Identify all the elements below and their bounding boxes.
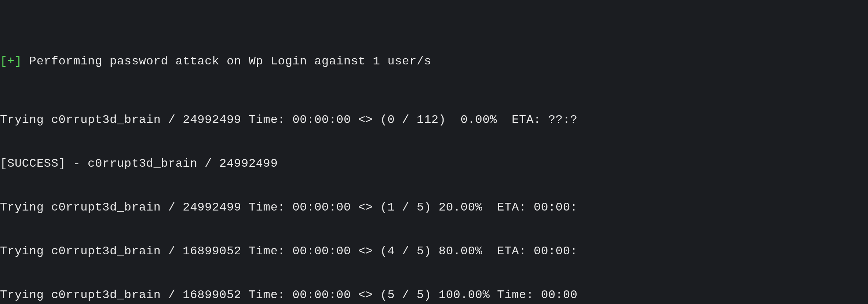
progress-line: Trying c0rrupt3d_brain / 16899052 Time: … [0, 244, 868, 259]
plus-icon: + [7, 54, 15, 68]
terminal-output[interactable]: [+] Performing password attack on Wp Log… [0, 0, 868, 304]
bracket-open: [ [0, 54, 7, 68]
progress-line: Trying c0rrupt3d_brain / 24992499 Time: … [0, 200, 868, 215]
bracket-close: ] [15, 54, 22, 68]
attack-header-text: Performing password attack on Wp Login a… [22, 54, 431, 68]
attack-header-line: [+] Performing password attack on Wp Log… [0, 54, 868, 69]
progress-line: Trying c0rrupt3d_brain / 16899052 Time: … [0, 288, 868, 303]
progress-line: Trying c0rrupt3d_brain / 24992499 Time: … [0, 113, 868, 127]
success-line: [SUCCESS] - c0rrupt3d_brain / 24992499 [0, 156, 868, 171]
